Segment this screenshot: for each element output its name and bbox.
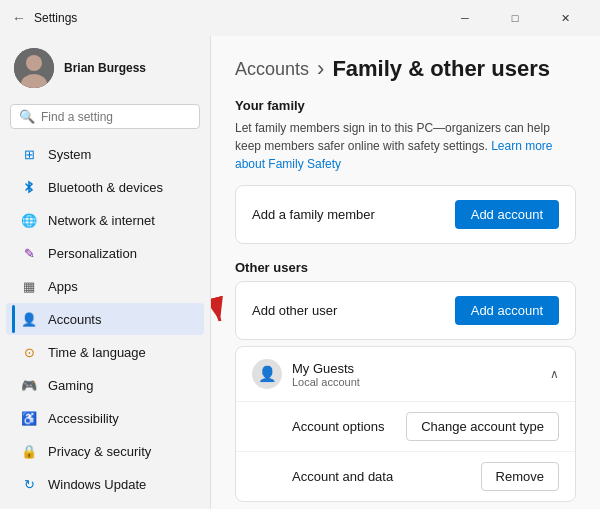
- sidebar-item-bluetooth[interactable]: Bluetooth & devices: [6, 171, 204, 203]
- sidebar-item-label: System: [48, 147, 91, 162]
- gaming-icon: 🎮: [20, 376, 38, 394]
- account-options-label: Account options: [292, 419, 385, 434]
- titlebar: ← Settings ─ □ ✕: [0, 0, 600, 36]
- sidebar-item-label: Bluetooth & devices: [48, 180, 163, 195]
- network-icon: 🌐: [20, 211, 38, 229]
- sidebar-nav: ⊞ System Bluetooth & devices 🌐 Network &…: [0, 137, 210, 501]
- sidebar-item-gaming[interactable]: 🎮 Gaming: [6, 369, 204, 401]
- sidebar-item-accounts[interactable]: 👤 Accounts: [6, 303, 204, 335]
- arrow-container: Add other user Add account: [235, 281, 576, 340]
- my-guests-type: Local account: [292, 376, 360, 388]
- add-family-button[interactable]: Add account: [455, 200, 559, 229]
- sidebar-item-label: Gaming: [48, 378, 94, 393]
- my-guests-name: My Guests: [292, 361, 360, 376]
- family-section: Your family Let family members sign in t…: [235, 98, 576, 244]
- user-section[interactable]: Brian Burgess: [0, 36, 210, 100]
- search-box[interactable]: 🔍: [10, 104, 200, 129]
- sidebar: Brian Burgess 🔍 ⊞ System Bluetooth & dev…: [0, 36, 210, 509]
- sidebar-item-label: Windows Update: [48, 477, 146, 492]
- user-card-options: Account options Change account type Acco…: [236, 401, 575, 501]
- sidebar-item-accessibility[interactable]: ♿ Accessibility: [6, 402, 204, 434]
- sidebar-item-personalization[interactable]: ✎ Personalization: [6, 237, 204, 269]
- add-family-card: Add a family member Add account: [235, 185, 576, 244]
- other-users-section: Other users Add other user Add account: [235, 260, 576, 502]
- close-button[interactable]: ✕: [542, 6, 588, 30]
- other-users-title: Other users: [235, 260, 576, 275]
- breadcrumb-parent[interactable]: Accounts: [235, 59, 309, 80]
- breadcrumb-current: Family & other users: [332, 56, 550, 82]
- privacy-icon: 🔒: [20, 442, 38, 460]
- time-icon: ⊙: [20, 343, 38, 361]
- sidebar-item-privacy[interactable]: 🔒 Privacy & security: [6, 435, 204, 467]
- app-body: Brian Burgess 🔍 ⊞ System Bluetooth & dev…: [0, 36, 600, 509]
- sidebar-item-label: Time & language: [48, 345, 146, 360]
- sidebar-item-update[interactable]: ↻ Windows Update: [6, 468, 204, 500]
- my-guests-card: 👤 My Guests Local account ∧ Account opti…: [235, 346, 576, 502]
- breadcrumb-separator: ›: [317, 56, 324, 82]
- personalization-icon: ✎: [20, 244, 38, 262]
- sidebar-item-system[interactable]: ⊞ System: [6, 138, 204, 170]
- sidebar-item-network[interactable]: 🌐 Network & internet: [6, 204, 204, 236]
- my-guests-header[interactable]: 👤 My Guests Local account ∧: [236, 347, 575, 401]
- apps-icon: ▦: [20, 277, 38, 295]
- bluetooth-icon: [20, 178, 38, 196]
- titlebar-title: Settings: [34, 11, 77, 25]
- avatar: [14, 48, 54, 88]
- account-options-row: Account options Change account type: [236, 402, 575, 452]
- svg-point-1: [26, 55, 42, 71]
- family-section-title: Your family: [235, 98, 576, 113]
- accounts-icon: 👤: [20, 310, 38, 328]
- minimize-button[interactable]: ─: [442, 6, 488, 30]
- breadcrumb: Accounts › Family & other users: [235, 56, 576, 82]
- main-content: Accounts › Family & other users Your fam…: [210, 36, 600, 509]
- add-other-user-card: Add other user Add account: [235, 281, 576, 340]
- sidebar-item-label: Accessibility: [48, 411, 119, 426]
- my-guests-info: 👤 My Guests Local account: [252, 359, 360, 389]
- accessibility-icon: ♿: [20, 409, 38, 427]
- sidebar-item-apps[interactable]: ▦ Apps: [6, 270, 204, 302]
- sidebar-item-time[interactable]: ⊙ Time & language: [6, 336, 204, 368]
- chevron-up-icon: ∧: [550, 367, 559, 381]
- sidebar-item-label: Privacy & security: [48, 444, 151, 459]
- sidebar-item-label: Apps: [48, 279, 78, 294]
- sidebar-item-label: Personalization: [48, 246, 137, 261]
- back-icon[interactable]: ←: [12, 10, 26, 26]
- remove-button[interactable]: Remove: [481, 462, 559, 491]
- account-data-label: Account and data: [292, 469, 393, 484]
- add-family-label: Add a family member: [252, 207, 375, 222]
- change-account-type-button[interactable]: Change account type: [406, 412, 559, 441]
- add-other-user-label: Add other user: [252, 303, 337, 318]
- add-other-user-button[interactable]: Add account: [455, 296, 559, 325]
- update-icon: ↻: [20, 475, 38, 493]
- search-icon: 🔍: [19, 109, 35, 124]
- user-card-avatar: 👤: [252, 359, 282, 389]
- sidebar-item-label: Network & internet: [48, 213, 155, 228]
- search-input[interactable]: [41, 110, 191, 124]
- family-section-desc: Let family members sign in to this PC—or…: [235, 119, 576, 173]
- system-icon: ⊞: [20, 145, 38, 163]
- user-name: Brian Burgess: [64, 61, 146, 75]
- maximize-button[interactable]: □: [492, 6, 538, 30]
- sidebar-item-label: Accounts: [48, 312, 101, 327]
- window-controls: ─ □ ✕: [442, 6, 588, 30]
- account-data-row: Account and data Remove: [236, 452, 575, 501]
